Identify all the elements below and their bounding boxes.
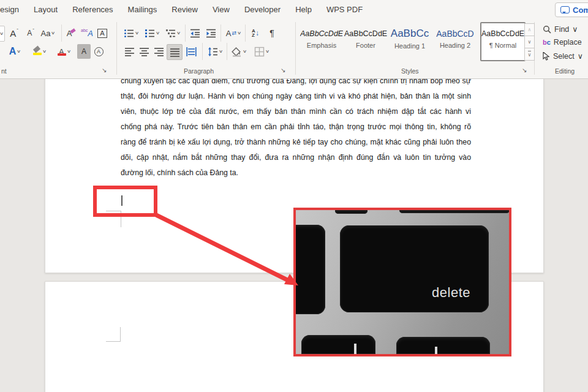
- divider: [227, 43, 227, 60]
- chevron-down-icon: ∨: [219, 49, 223, 54]
- shading-button[interactable]: ∨: [229, 44, 249, 59]
- replace-icon: bc: [543, 39, 551, 46]
- tab-review[interactable]: Review: [172, 5, 198, 14]
- highlight-color-button[interactable]: ∨: [28, 44, 50, 59]
- clear-formatting-button[interactable]: A: [64, 26, 78, 40]
- increase-indent-icon: [206, 28, 216, 39]
- paragraph-dialog-launcher[interactable]: ↘: [281, 67, 285, 74]
- select-button[interactable]: Select ∨: [543, 51, 583, 61]
- font-dialog-launcher[interactable]: ↘: [102, 67, 107, 74]
- style-sample: AaBbCcDdE: [481, 29, 524, 38]
- comment-bubble-icon: [560, 6, 570, 13]
- change-case-button[interactable]: Aa∨: [38, 26, 58, 40]
- chevron-down-icon: ∨: [528, 39, 532, 45]
- comments-button-label: Comm: [573, 6, 588, 15]
- tab-references[interactable]: References: [72, 5, 113, 14]
- style-sample: AaBbCcDdE: [300, 29, 343, 38]
- style-normal-selected[interactable]: AaBbCcDdE ¶ Normal: [480, 22, 526, 61]
- justify-button[interactable]: [167, 44, 183, 60]
- sort-button[interactable]: AZ ↓: [247, 26, 264, 40]
- line-spacing-button[interactable]: ∨: [205, 44, 225, 59]
- search-icon: [543, 25, 551, 34]
- styles-gallery-more-button[interactable]: ∨: [524, 48, 535, 61]
- multilevel-list-button[interactable]: ∨: [163, 26, 183, 40]
- font-color-button[interactable]: A ∨: [53, 44, 75, 59]
- character-shading-button[interactable]: A: [77, 44, 91, 59]
- divider: [61, 24, 62, 42]
- delete-key: delete: [340, 225, 489, 312]
- align-right-button[interactable]: [152, 44, 165, 59]
- replace-button[interactable]: bc Replace: [543, 38, 582, 47]
- increase-indent-button[interactable]: [203, 26, 218, 40]
- shrink-font-button[interactable]: Aˇ: [23, 26, 38, 40]
- chevron-down-icon: ∨: [572, 24, 578, 34]
- styles-group-label: Styles: [401, 67, 419, 75]
- show-hide-marks-button[interactable]: ¶: [265, 26, 279, 40]
- chevron-down-icon: ∨: [67, 49, 71, 54]
- decrease-indent-button[interactable]: [187, 26, 202, 40]
- tab-design[interactable]: esign: [0, 5, 19, 14]
- enclose-characters-button[interactable]: A: [92, 44, 105, 59]
- partial-left-key: [293, 225, 325, 314]
- group-divider: [116, 22, 117, 75]
- character-border-button[interactable]: A: [96, 26, 109, 40]
- partial-bottom-key: [396, 337, 490, 354]
- multilevel-list-icon: [165, 28, 176, 39]
- style-heading2[interactable]: AaBbCcD Heading 2: [434, 23, 477, 60]
- tab-developer[interactable]: Developer: [244, 5, 281, 14]
- delete-key-label: delete: [432, 285, 470, 301]
- phonetic-guide-button[interactable]: abc A: [80, 26, 94, 40]
- asian-layout-button[interactable]: A ⇄ ∨: [223, 26, 244, 40]
- tab-help[interactable]: Help: [295, 5, 312, 14]
- ribbon: ∨ Aˆ Aˇ Aa∨ A abc A A A∨ ∨ A ∨ A A nt: [0, 18, 588, 79]
- align-left-button[interactable]: [123, 44, 136, 59]
- distributed-button[interactable]: [183, 44, 199, 59]
- style-emphasis[interactable]: AaBbCcDdE Emphasis: [300, 23, 343, 60]
- tab-mailings[interactable]: Mailings: [128, 5, 157, 14]
- style-heading1[interactable]: AaBbCc Heading 1: [388, 23, 431, 60]
- paint-bucket-icon: [232, 47, 242, 57]
- font-size-box-partial[interactable]: ∨: [0, 26, 5, 42]
- highlighter-icon: [32, 47, 42, 56]
- numbering-button[interactable]: ∨: [142, 26, 162, 40]
- grow-font-button[interactable]: Aˆ: [6, 26, 22, 40]
- chevron-down-icon: ∨: [42, 49, 47, 54]
- tab-wps-pdf[interactable]: WPS PDF: [326, 5, 363, 14]
- find-button[interactable]: Find ∨: [543, 24, 578, 34]
- keyboard-photo-inset: delete: [293, 208, 511, 356]
- phonetic-abc-icon: abc: [81, 28, 88, 32]
- styles-dialog-launcher[interactable]: ↘: [522, 67, 527, 74]
- tab-view[interactable]: View: [213, 5, 230, 14]
- chevron-up-icon: ∧: [528, 27, 532, 32]
- comments-button[interactable]: Comm: [555, 2, 588, 17]
- group-divider: [295, 22, 296, 75]
- text-line: ràng để tránh bị kẻ xấu lợi dụng, trở th…: [121, 135, 471, 150]
- shrink-font-icon: A: [27, 29, 32, 37]
- paragraph-text[interactable]: chúng xuyên tạc các quan điểm, chủ trươn…: [121, 74, 471, 181]
- editing-group-label: Editing: [555, 67, 575, 75]
- decrease-indent-icon: [190, 28, 200, 39]
- more-styles-icon: ∨: [528, 51, 532, 58]
- chevron-down-icon: ∨: [265, 49, 270, 54]
- key-glyph-mark: [354, 344, 356, 354]
- styles-scroll-down-button[interactable]: ∨: [524, 36, 535, 48]
- align-center-button[interactable]: [137, 44, 151, 59]
- ribbon-tabs: esign Layout References Mailings Review …: [0, 0, 588, 18]
- style-footer[interactable]: AaBbCcDdE Footer: [344, 23, 387, 60]
- style-sample: AaBbCcDdE: [344, 29, 387, 38]
- bullets-button[interactable]: ∨: [121, 26, 141, 40]
- text-effects-button[interactable]: A∨: [5, 44, 24, 59]
- replace-label: Replace: [554, 38, 582, 47]
- line-spacing-icon: [208, 47, 218, 57]
- select-label: Select: [553, 52, 575, 61]
- chevron-down-icon: ∨: [0, 31, 4, 36]
- align-right-icon: [154, 47, 164, 57]
- character-shading-icon: A: [81, 47, 86, 56]
- partial-bottom-key: [301, 335, 375, 354]
- styles-scroll-up-button[interactable]: ∧: [524, 23, 535, 36]
- borders-button[interactable]: ∨: [251, 44, 272, 59]
- text-line: đường lối, chính sách của Đảng ta.: [121, 165, 471, 181]
- text-line: thật, đôi hướng dư luận. Hành vi bọn chú…: [121, 89, 471, 104]
- tab-layout[interactable]: Layout: [34, 5, 58, 14]
- text-boundary-mark: [106, 341, 121, 342]
